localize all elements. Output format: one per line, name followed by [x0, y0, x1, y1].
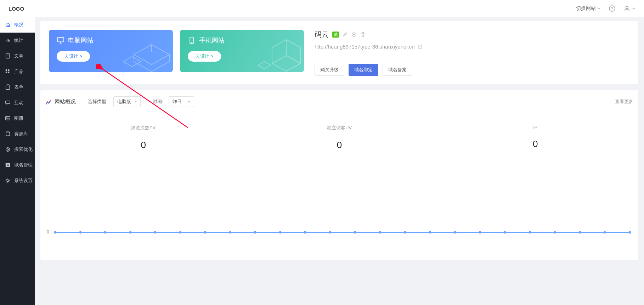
- card-pc-site: 电脑网站 去设计 >: [49, 30, 173, 72]
- sidebar-item-db[interactable]: 资源库: [0, 126, 35, 142]
- sidebar-item-home[interactable]: 概况: [0, 17, 35, 33]
- chart-point: [604, 231, 606, 234]
- stats-panel: 网站概况 选择类型: 电脑版 时间: 昨日 查看更多 浏览次数PV0独立访客UV…: [40, 90, 638, 260]
- sidebar-item-label: 系统设置: [14, 177, 33, 184]
- sidebar-item-label: 搜索优化: [14, 146, 33, 153]
- chart-point: [304, 231, 306, 234]
- chart-point: [354, 231, 356, 234]
- chart-line: [55, 232, 630, 233]
- svg-text:W: W: [7, 164, 9, 167]
- svg-rect-8: [6, 85, 10, 89]
- delete-button[interactable]: [360, 32, 366, 37]
- card-pc-design-button[interactable]: 去设计 >: [57, 51, 90, 62]
- svg-point-14: [7, 149, 9, 150]
- card-mobile-title: 手机网站: [199, 36, 225, 45]
- sidebar-item-label: 概况: [14, 22, 23, 28]
- sidebar-item-doc[interactable]: 文章: [0, 48, 35, 64]
- chevron-down-icon: [597, 7, 601, 10]
- chart-point: [529, 231, 531, 234]
- doc-icon: [5, 53, 11, 59]
- help-icon: ?: [609, 5, 616, 12]
- sidebar-item-gear[interactable]: 系统设置: [0, 173, 35, 188]
- edit-button[interactable]: [343, 32, 348, 37]
- sidebar-item-label: 图册: [14, 115, 23, 122]
- topbar: LOGO 切换网站 ?: [0, 0, 644, 17]
- open-link-button[interactable]: [418, 44, 422, 49]
- sidebar: 概况统计文章产品表单互动图册资源库搜索优化W域名管理系统设置: [0, 17, 35, 265]
- mobile-deco: [251, 37, 304, 72]
- chart-point: [504, 231, 506, 234]
- sidebar-item-label: 文章: [14, 53, 23, 59]
- sidebar-item-label: 表单: [14, 84, 23, 90]
- stats-icon: [5, 38, 11, 43]
- chart-point: [629, 231, 631, 234]
- switch-site-dropdown[interactable]: 切换网站: [576, 5, 601, 12]
- user-icon: [623, 5, 631, 12]
- stat-label: IP: [437, 125, 633, 130]
- sidebar-item-target[interactable]: 搜索优化: [0, 142, 35, 157]
- stats-icon: [45, 98, 52, 105]
- stat-value: 0: [437, 139, 633, 149]
- wbox-icon: W: [5, 162, 11, 168]
- chart-point: [254, 231, 256, 234]
- chart-point: [429, 231, 431, 234]
- db-icon: [5, 131, 11, 137]
- chart-point: [79, 231, 81, 234]
- stat-label: 独立访客UV: [241, 125, 437, 131]
- svg-rect-18: [57, 38, 64, 42]
- sidebar-item-label: 统计: [14, 37, 23, 44]
- domain-bind-button[interactable]: 域名绑定: [349, 64, 378, 76]
- top-cards-row: 电脑网站 去设计 > 手机网站 去设计 > 码云 试: [40, 21, 638, 84]
- trial-badge: 试: [332, 32, 339, 38]
- svg-point-13: [6, 148, 10, 152]
- sidebar-item-image[interactable]: 图册: [0, 111, 35, 126]
- external-link-icon: [418, 44, 422, 49]
- stat-block: 浏览次数PV0: [45, 125, 241, 151]
- domain-beian-button[interactable]: 域名备案: [383, 64, 412, 76]
- sidebar-item-label: 资源库: [14, 131, 28, 137]
- switch-site-label: 切换网站: [576, 5, 596, 12]
- chart-point: [229, 231, 231, 234]
- chart-point: [129, 231, 131, 234]
- upgrade-button[interactable]: 购买升级: [315, 64, 344, 76]
- panel-title: 网站概况: [55, 98, 76, 105]
- home-icon: [5, 22, 11, 28]
- mobile-icon: [188, 36, 196, 44]
- card-mobile-design-button[interactable]: 去设计 >: [188, 51, 221, 62]
- chart-point: [554, 231, 556, 234]
- grid-icon: [5, 69, 11, 74]
- card-mobile-site: 手机网站 去设计 >: [180, 30, 304, 72]
- svg-rect-4: [6, 69, 7, 71]
- sidebar-item-form[interactable]: 表单: [0, 79, 35, 95]
- sidebar-item-label: 域名管理: [14, 162, 33, 168]
- line-chart: 0: [45, 161, 633, 253]
- logo: LOGO: [9, 6, 24, 12]
- stat-block: IP0: [437, 125, 633, 151]
- time-select[interactable]: 昨日: [169, 96, 194, 107]
- svg-point-17: [7, 180, 9, 181]
- help-button[interactable]: ?: [609, 5, 616, 12]
- card-pc-title: 电脑网站: [68, 36, 94, 45]
- svg-rect-6: [6, 72, 7, 73]
- chart-point: [204, 231, 207, 234]
- svg-point-2: [626, 6, 628, 9]
- time-label: 时间:: [153, 98, 163, 105]
- sidebar-item-wbox[interactable]: W域名管理: [0, 157, 35, 173]
- site-name: 码云: [315, 30, 329, 39]
- y-tick: 0: [47, 230, 49, 235]
- chart-point: [279, 231, 281, 234]
- type-select[interactable]: 电脑版: [113, 96, 141, 107]
- sidebar-item-grid[interactable]: 产品: [0, 64, 35, 79]
- chart-point: [104, 231, 107, 234]
- add-button[interactable]: [351, 32, 357, 37]
- sidebar-item-stats[interactable]: 统计: [0, 33, 35, 48]
- chart-point: [329, 231, 331, 234]
- user-menu[interactable]: [623, 5, 635, 12]
- type-label: 选择类型:: [88, 98, 108, 105]
- svg-point-20: [191, 42, 192, 43]
- sidebar-item-label: 互动: [14, 100, 23, 106]
- view-more-link[interactable]: 查看更多: [615, 98, 633, 105]
- chart-point: [454, 231, 456, 234]
- sidebar-item-chat[interactable]: 互动: [0, 95, 35, 111]
- stat-value: 0: [45, 140, 241, 151]
